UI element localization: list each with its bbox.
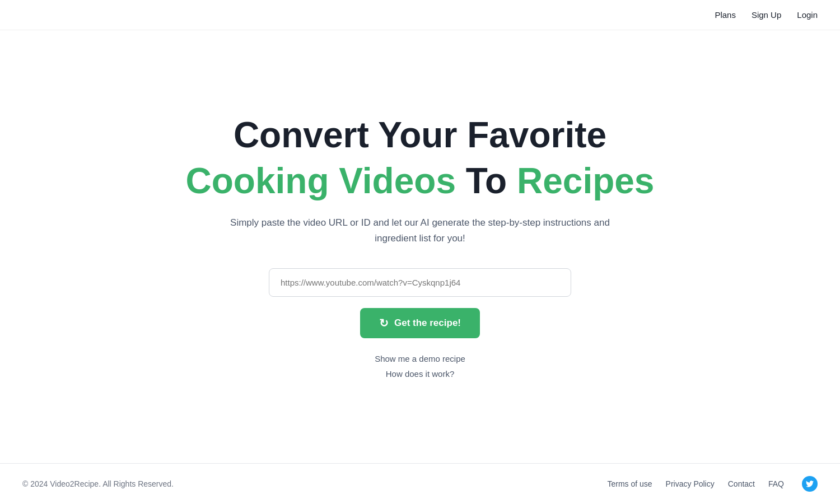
copyright-text: © 2024 Video2Recipe. All Rights Reserved…: [22, 479, 174, 488]
footer-terms[interactable]: Terms of use: [607, 479, 652, 488]
footer-contact[interactable]: Contact: [728, 479, 755, 488]
nav-login[interactable]: Login: [797, 10, 818, 20]
site-footer: © 2024 Video2Recipe. All Rights Reserved…: [0, 463, 840, 504]
hero-title-line1: Convert Your Favorite: [234, 115, 606, 156]
secondary-links: Show me a demo recipe How does it work?: [375, 354, 465, 379]
footer-privacy[interactable]: Privacy Policy: [666, 479, 715, 488]
footer-faq[interactable]: FAQ: [768, 479, 784, 488]
how-it-works-link[interactable]: How does it work?: [386, 369, 455, 379]
nav-signup[interactable]: Sign Up: [752, 10, 781, 20]
site-header: Plans Sign Up Login: [0, 0, 840, 30]
refresh-icon: ↻: [379, 316, 389, 330]
hero-title-line2: Cooking Videos To Recipes: [186, 161, 655, 202]
main-nav: Plans Sign Up Login: [715, 10, 818, 20]
get-recipe-label: Get the recipe!: [394, 318, 461, 329]
hero-title-recipes: Recipes: [517, 161, 654, 201]
url-input[interactable]: [269, 268, 571, 297]
demo-recipe-link[interactable]: Show me a demo recipe: [375, 354, 465, 363]
footer-links: Terms of use Privacy Policy Contact FAQ: [607, 476, 818, 492]
main-content: Convert Your Favorite Cooking Videos To …: [0, 30, 840, 463]
hero-title-cooking-videos: Cooking Videos: [186, 161, 456, 201]
nav-plans[interactable]: Plans: [715, 10, 736, 20]
get-recipe-button[interactable]: ↻ Get the recipe!: [360, 308, 480, 338]
hero-subtitle: Simply paste the video URL or ID and let…: [224, 215, 616, 245]
url-input-wrapper: [269, 268, 571, 297]
twitter-icon[interactable]: [802, 476, 818, 492]
hero-title-to: To: [466, 161, 517, 201]
